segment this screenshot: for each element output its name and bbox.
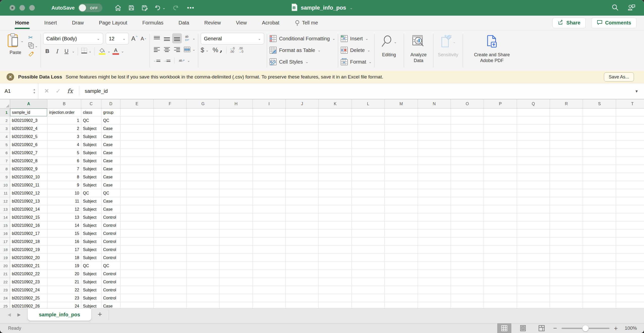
cell-J2[interactable]	[286, 117, 319, 125]
cell-T16[interactable]	[616, 230, 644, 238]
cell-O23[interactable]	[451, 286, 484, 294]
cell-H23[interactable]	[220, 286, 253, 294]
cell-F17[interactable]	[154, 238, 187, 246]
cell-J16[interactable]	[286, 230, 319, 238]
cell-B18[interactable]: 17	[47, 246, 81, 254]
cell-I1[interactable]	[253, 108, 286, 117]
cell-H20[interactable]	[220, 262, 253, 270]
cell-J11[interactable]	[286, 189, 319, 197]
cell-R10[interactable]	[550, 181, 583, 189]
cell-Q9[interactable]	[517, 173, 550, 181]
cell-L13[interactable]	[352, 205, 385, 213]
cell-T12[interactable]	[616, 197, 644, 205]
cell-G5[interactable]	[187, 141, 220, 149]
column-header-A[interactable]: A	[10, 99, 47, 108]
cell-D21[interactable]: Control	[101, 270, 121, 278]
cell-R15[interactable]	[550, 221, 583, 230]
cell-P24[interactable]	[484, 294, 517, 302]
cell-L16[interactable]	[352, 230, 385, 238]
cell-N17[interactable]	[418, 238, 451, 246]
cell-F24[interactable]	[154, 294, 187, 302]
cell-C25[interactable]: Subject	[81, 302, 101, 308]
cell-P9[interactable]	[484, 173, 517, 181]
cell-R18[interactable]	[550, 246, 583, 254]
cell-I25[interactable]	[253, 302, 286, 308]
cell-I13[interactable]	[253, 205, 286, 213]
cell-R13[interactable]	[550, 205, 583, 213]
cell-Q12[interactable]	[517, 197, 550, 205]
cell-F23[interactable]	[154, 286, 187, 294]
cell-L22[interactable]	[352, 278, 385, 286]
cell-F22[interactable]	[154, 278, 187, 286]
merge-center-button[interactable]	[182, 44, 192, 54]
cell-M13[interactable]	[385, 205, 418, 213]
column-header-S[interactable]: S	[583, 99, 616, 108]
cell-E6[interactable]	[121, 149, 154, 157]
title-dropdown-chevron[interactable]: ⌄	[350, 6, 353, 10]
cell-S4[interactable]	[583, 133, 616, 141]
cell-P12[interactable]	[484, 197, 517, 205]
cell-Q24[interactable]	[517, 294, 550, 302]
cell-O5[interactable]	[451, 141, 484, 149]
cell-S15[interactable]	[583, 221, 616, 230]
search-icon[interactable]	[611, 4, 619, 12]
cell-T3[interactable]	[616, 125, 644, 133]
cell-T6[interactable]	[616, 149, 644, 157]
cell-M3[interactable]	[385, 125, 418, 133]
cell-J14[interactable]	[286, 213, 319, 221]
cell-S21[interactable]	[583, 270, 616, 278]
cell-O3[interactable]	[451, 125, 484, 133]
align-right-button[interactable]	[172, 44, 182, 54]
home-icon[interactable]	[114, 4, 122, 11]
tab-review[interactable]: Review	[197, 16, 228, 30]
cell-G10[interactable]	[187, 181, 220, 189]
row-header-2[interactable]: 2	[0, 117, 10, 125]
cell-T10[interactable]	[616, 181, 644, 189]
cell-E18[interactable]	[121, 246, 154, 254]
cell-O9[interactable]	[451, 173, 484, 181]
cell-E14[interactable]	[121, 213, 154, 221]
row-header-22[interactable]: 22	[0, 278, 10, 286]
cell-A14[interactable]: bl20210902_15	[10, 213, 47, 221]
cell-D9[interactable]: Case	[101, 173, 121, 181]
cell-M25[interactable]	[385, 302, 418, 308]
cell-R25[interactable]	[550, 302, 583, 308]
cell-A9[interactable]: bl20210902_10	[10, 173, 47, 181]
cell-A7[interactable]: bl20210902_8	[10, 157, 47, 165]
row-header-20[interactable]: 20	[0, 262, 10, 270]
zoom-slider[interactable]	[562, 328, 609, 329]
cell-D17[interactable]: Control	[101, 238, 121, 246]
cell-T17[interactable]	[616, 238, 644, 246]
cell-Q4[interactable]	[517, 133, 550, 141]
cell-O8[interactable]	[451, 165, 484, 173]
align-middle-button[interactable]	[162, 33, 172, 43]
wrap-text-button[interactable]: abc↩	[182, 33, 192, 43]
cell-styles-button[interactable]: Cell Styles ⌄	[270, 56, 335, 68]
cell-E24[interactable]	[121, 294, 154, 302]
cell-C5[interactable]: Subject	[81, 141, 101, 149]
cell-K9[interactable]	[319, 173, 352, 181]
cell-N14[interactable]	[418, 213, 451, 221]
cell-N4[interactable]	[418, 133, 451, 141]
cell-P22[interactable]	[484, 278, 517, 286]
cell-N23[interactable]	[418, 286, 451, 294]
cell-A24[interactable]: bl20210902_25	[10, 294, 47, 302]
cell-C18[interactable]: Subject	[81, 246, 101, 254]
cell-H2[interactable]	[220, 117, 253, 125]
cell-B20[interactable]: 19	[47, 262, 81, 270]
italic-button[interactable]: I	[53, 48, 61, 54]
cell-L24[interactable]	[352, 294, 385, 302]
currency-icon[interactable]: $	[201, 46, 204, 54]
cell-O22[interactable]	[451, 278, 484, 286]
cell-K8[interactable]	[319, 165, 352, 173]
cell-E10[interactable]	[121, 181, 154, 189]
cell-N15[interactable]	[418, 221, 451, 230]
cell-J7[interactable]	[286, 157, 319, 165]
cell-J4[interactable]	[286, 133, 319, 141]
cell-D6[interactable]: Case	[101, 149, 121, 157]
cell-K1[interactable]	[319, 108, 352, 117]
cell-R1[interactable]	[550, 108, 583, 117]
cell-L15[interactable]	[352, 221, 385, 230]
font-name-select[interactable]: Calibri (Body) ⌄	[43, 33, 103, 44]
cell-I15[interactable]	[253, 221, 286, 230]
